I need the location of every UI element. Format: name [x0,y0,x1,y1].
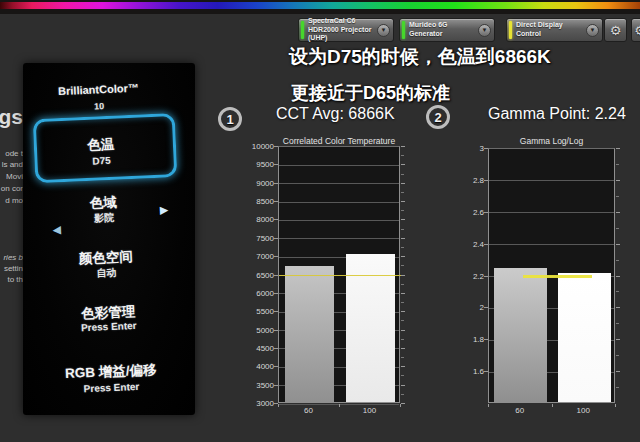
chevron-down-icon: ▼ [586,24,599,37]
y-axis-tick-label: 2.4 [450,239,484,248]
bar-60 [494,268,547,402]
gamma-point-heading: Gamma Point: 2.24 [488,105,626,123]
annotation-line1: 设为D75的时候，色温到6866K [289,44,551,70]
target-line [523,275,593,278]
y-axis-tick-label: 4000 [240,362,274,371]
device-dropdown-3[interactable]: Direct Display Control▼ [506,18,603,42]
y-axis-tick [274,348,278,349]
marker-2: 2 [426,105,450,129]
y-axis-minor-tick [401,320,404,321]
y-axis-minor-tick [401,357,404,358]
y-axis-tick-right [401,238,405,239]
covered-text-fragment: ries b [3,253,23,262]
x-axis-tick [278,404,279,407]
y-axis-tick [484,307,488,308]
y-axis-tick-right [401,330,405,331]
x-axis-tick [488,404,489,407]
y-axis-tick-right [616,276,620,277]
device-status-stripe [301,21,304,39]
y-axis-minor-tick [401,247,404,248]
y-axis-tick [274,275,278,276]
y-axis-tick [484,339,488,340]
osd-menu: ◀ ▶ BrilliantColor™10色温D75色域影院颜色空间自动色彩管理… [15,59,202,418]
y-axis-minor-tick [616,164,619,165]
y-axis-tick-right [401,403,405,404]
app-window: SpectraCal C6 HDR2000 Projector (UHP)▼Mu… [0,0,640,442]
y-axis-tick-right [616,148,620,149]
settings-gear-button[interactable]: ⚙ [604,18,627,42]
gridline [489,180,614,181]
device-dropdown-1[interactable]: SpectraCal C6 HDR2000 Projector (UHP)▼ [298,18,394,42]
gridline [279,165,399,166]
y-axis-tick-right [401,366,405,367]
y-axis-minor-tick [401,155,404,156]
y-axis-tick [274,330,278,331]
y-axis-tick [274,146,278,147]
bar-100 [558,273,611,402]
covered-text-fragment: settin [4,264,23,273]
device-dropdown-2[interactable]: Murideo 6G Generator▼ [399,18,495,42]
y-axis-tick-right [401,146,405,147]
y-axis-tick-right [616,212,620,213]
chevron-down-icon: ▼ [377,24,390,37]
y-axis-minor-tick [401,229,404,230]
y-axis-minor-tick [401,174,404,175]
y-axis-minor-tick [401,375,404,376]
y-axis-minor-tick [616,355,619,356]
y-axis-tick-label: 7000 [240,252,274,261]
y-axis-minor-tick [401,302,404,303]
y-axis-tick [484,180,488,181]
y-axis-minor-tick [616,291,619,292]
bar-60 [285,266,334,402]
projector-osd-photo: ◀ ▶ BrilliantColor™10色温D75色域影院颜色空间自动色彩管理… [23,63,195,415]
y-axis-tick [274,164,278,165]
bar-100 [346,254,395,402]
y-axis-minor-tick [616,323,619,324]
y-axis-tick-label: 5000 [240,325,274,334]
y-axis-tick-label: 10000 [240,142,274,151]
x-axis-tick [552,404,553,407]
y-axis-minor-tick [616,196,619,197]
y-axis-tick [484,244,488,245]
y-axis-tick [274,219,278,220]
y-axis-tick-label: 1.8 [450,335,484,344]
y-axis-tick-label: 6000 [240,288,274,297]
y-axis-tick-right [401,275,405,276]
y-axis-tick-label: 7500 [240,233,274,242]
y-axis-tick [274,256,278,257]
x-axis-tick-label: 60 [304,406,313,415]
device-status-stripe [509,21,512,39]
device-label: Direct Display Control [516,19,585,41]
y-axis-tick-label: 3000 [240,399,274,408]
gridline [279,238,399,239]
y-axis-tick-right [616,371,620,372]
x-axis-tick-label: 60 [515,406,524,415]
y-axis-minor-tick [616,260,619,261]
y-axis-tick [484,276,488,277]
settings-gear-button-2[interactable]: ⚙ [631,18,640,42]
y-axis-tick [274,293,278,294]
y-axis-tick-right [616,339,620,340]
osd-item-value: 10 [17,98,181,115]
y-axis-tick-right [401,201,405,202]
target-line [279,275,401,277]
osd-item-title[interactable]: BrilliantColor™ [16,80,180,99]
gridline [279,202,399,203]
x-axis-tick [339,404,340,407]
gridline [279,220,399,221]
y-axis-tick-label: 6500 [240,270,274,279]
y-axis-tick-label: 1.6 [450,367,484,376]
y-axis-minor-tick [401,192,404,193]
x-axis-tick-label: 100 [577,406,590,415]
y-axis-minor-tick [401,210,404,211]
y-axis-minor-tick [401,339,404,340]
y-axis-tick-right [401,311,405,312]
annotation-line2: 更接近于D65的标准 [291,81,450,105]
y-axis-tick-right [401,256,405,257]
y-axis-tick-label: 2.6 [450,207,484,216]
device-label: SpectraCal C6 HDR2000 Projector (UHP) [308,19,376,41]
y-axis-minor-tick [616,387,619,388]
y-axis-minor-tick [616,228,619,229]
y-axis-tick [484,212,488,213]
chevron-down-icon: ▼ [478,24,491,37]
